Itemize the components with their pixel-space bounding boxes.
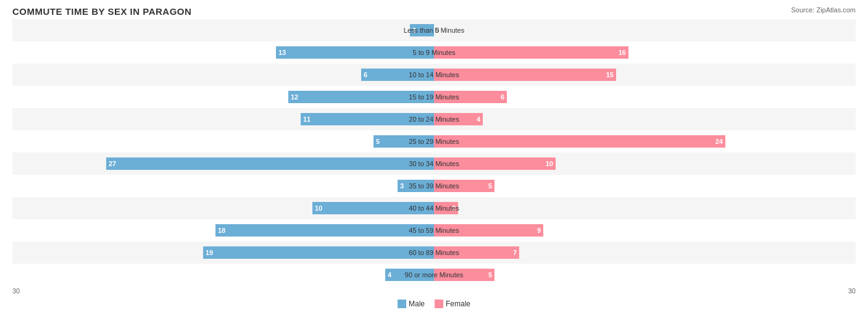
chart-container: COMMUTE TIME BY SEX IN PARAGON Source: Z… [0,0,868,323]
left-section: 3 [12,175,434,197]
legend-area: Male Female [12,300,856,308]
legend-male: Male [398,300,425,308]
row-label: 35 to 39 Minutes [378,182,490,190]
right-section: 10 [434,153,856,175]
chart-row: 13 5 to 9 Minutes 16 [12,41,856,64]
chart-row: 12 15 to 19 Minutes 6 [12,86,856,108]
row-label: 30 to 34 Minutes [378,160,490,167]
row-label: 90 or more Minutes [378,271,490,279]
chart-row: 2 Less than 5 Minutes 0 [12,19,856,41]
legend-male-box [398,300,406,308]
female-value-inside: 6 [501,93,504,101]
left-section: 13 [12,41,434,64]
axis-right: 30 [848,287,856,295]
male-value-inside: 13 [278,49,286,56]
left-section: 2 [12,19,434,41]
left-section: 11 [12,108,434,130]
row-label: 60 to 89 Minutes [378,249,490,256]
axis-left: 30 [12,287,20,295]
chart-row: 18 45 to 59 Minutes 9 [12,219,856,241]
male-value-inside: 12 [291,93,298,101]
left-section: 6 [12,64,434,86]
legend-female-label: Female [446,300,470,308]
row-label: 45 to 59 Minutes [378,227,490,234]
legend-female: Female [435,300,470,308]
female-value-inside: 24 [716,138,723,145]
row-label: 20 to 24 Minutes [378,115,490,123]
left-section: 5 [12,130,434,153]
chart-row: 4 90 or more Minutes 5 [12,264,856,286]
right-section: 5 [434,264,856,286]
right-section: 2 [434,197,856,219]
right-section: 7 [434,241,856,264]
male-value-inside: 6 [364,71,367,78]
chart-row: 3 35 to 39 Minutes 5 [12,175,856,197]
chart-row: 10 40 to 44 Minutes 2 [12,197,856,219]
female-value-inside: 15 [606,71,614,78]
male-value-inside: 19 [206,249,213,256]
left-section: 12 [12,86,434,108]
right-section: 9 [434,219,856,241]
source-label: Source: ZipAtlas.com [791,6,856,14]
chart-title: COMMUTE TIME BY SEX IN PARAGON [12,6,856,17]
left-section: 10 [12,197,434,219]
right-section: 0 [434,19,856,41]
row-label: Less than 5 Minutes [378,27,490,34]
right-section: 4 [434,108,856,130]
row-label: 40 to 44 Minutes [378,204,490,212]
left-section: 18 [12,219,434,241]
row-label: 25 to 29 Minutes [378,138,490,145]
female-value-inside: 16 [619,49,626,56]
chart-row: 11 20 to 24 Minutes 4 [12,108,856,130]
right-section: 24 [434,130,856,153]
female-value-inside: 9 [537,227,541,234]
male-value-inside: 18 [218,227,225,234]
row-label: 10 to 14 Minutes [378,71,490,78]
right-section: 16 [434,41,856,64]
chart-row: 6 10 to 14 Minutes 15 [12,64,856,86]
chart-row: 19 60 to 89 Minutes 7 [12,241,856,264]
left-section: 27 [12,153,434,175]
male-value-inside: 10 [315,204,322,212]
legend-male-label: Male [409,300,425,308]
chart-row: 5 25 to 29 Minutes 24 [12,130,856,153]
chart-row: 27 30 to 34 Minutes 10 [12,153,856,175]
female-value-inside: 10 [546,160,553,167]
row-label: 15 to 19 Minutes [378,93,490,101]
axis-row: 30 30 [12,286,856,296]
female-value-inside: 7 [513,249,517,256]
male-value-inside: 27 [109,160,116,167]
male-value-inside: 11 [303,115,311,123]
bars-area: 2 Less than 5 Minutes 0 13 5 to 9 Minute… [12,19,856,286]
right-section: 5 [434,175,856,197]
legend-female-box [435,300,443,308]
left-section: 4 [12,264,434,286]
row-label: 5 to 9 Minutes [378,49,490,56]
left-section: 19 [12,241,434,264]
right-section: 15 [434,64,856,86]
right-section: 6 [434,86,856,108]
